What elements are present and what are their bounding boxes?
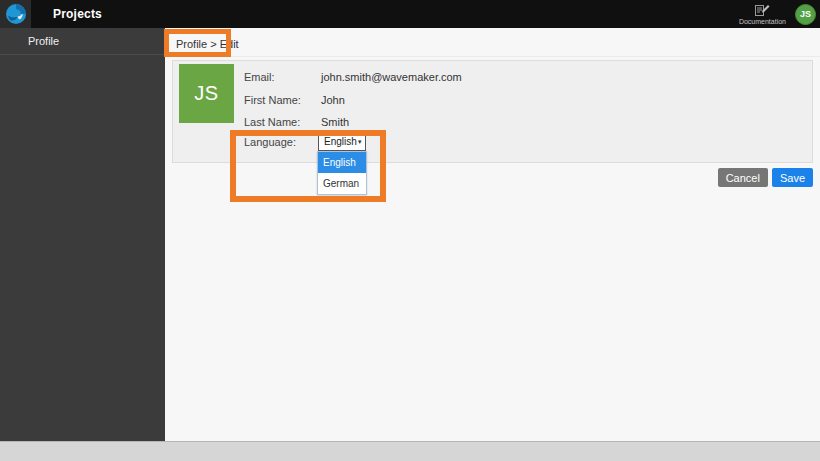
wavemaker-profile-screen: Projects Documentation JS Profile Profil…: [0, 0, 820, 461]
last-name-value: Smith: [321, 116, 349, 128]
topbar: Projects Documentation JS: [0, 0, 820, 28]
form-actions: Cancel Save: [718, 168, 813, 187]
sidebar-item-profile[interactable]: Profile: [0, 28, 165, 55]
chevron-down-icon: ▼: [357, 139, 363, 145]
breadcrumb-bar: Profile > Edit: [165, 28, 820, 57]
main-content: Profile > Edit JS Email: john.smith@wave…: [165, 28, 820, 441]
language-select[interactable]: English ▼: [318, 133, 366, 151]
bottom-strip: [0, 441, 820, 461]
documentation-button[interactable]: Documentation: [739, 4, 786, 25]
language-label: Language:: [244, 133, 296, 151]
page-title: Projects: [53, 7, 102, 21]
documentation-label: Documentation: [739, 18, 786, 25]
cancel-button[interactable]: Cancel: [718, 168, 768, 187]
profile-edit-form: JS Email: john.smith@wavemaker.com First…: [172, 60, 813, 163]
first-name-value: John: [321, 94, 345, 106]
sidebar: Profile: [0, 28, 165, 441]
language-option-english[interactable]: English: [318, 152, 366, 173]
language-select-value: English: [324, 133, 357, 151]
wavemaker-logo-icon: [5, 3, 27, 25]
first-name-label: First Name:: [244, 94, 301, 106]
form-row-language: Language: English ▼: [173, 133, 812, 151]
language-option-german[interactable]: German: [318, 173, 366, 194]
form-row-first-name: First Name: John: [173, 94, 812, 108]
email-value: john.smith@wavemaker.com: [321, 71, 462, 83]
save-button[interactable]: Save: [772, 168, 813, 187]
topbar-right: Documentation JS: [739, 4, 820, 25]
user-avatar[interactable]: JS: [795, 4, 816, 25]
wavemaker-logo[interactable]: [0, 0, 31, 28]
email-label: Email:: [244, 71, 275, 83]
breadcrumb: Profile > Edit: [176, 38, 239, 50]
last-name-label: Last Name:: [244, 116, 300, 128]
form-row-last-name: Last Name: Smith: [173, 116, 812, 130]
form-row-email: Email: john.smith@wavemaker.com: [173, 71, 812, 85]
language-dropdown-list: English German: [317, 151, 367, 195]
documentation-icon: [754, 4, 770, 17]
